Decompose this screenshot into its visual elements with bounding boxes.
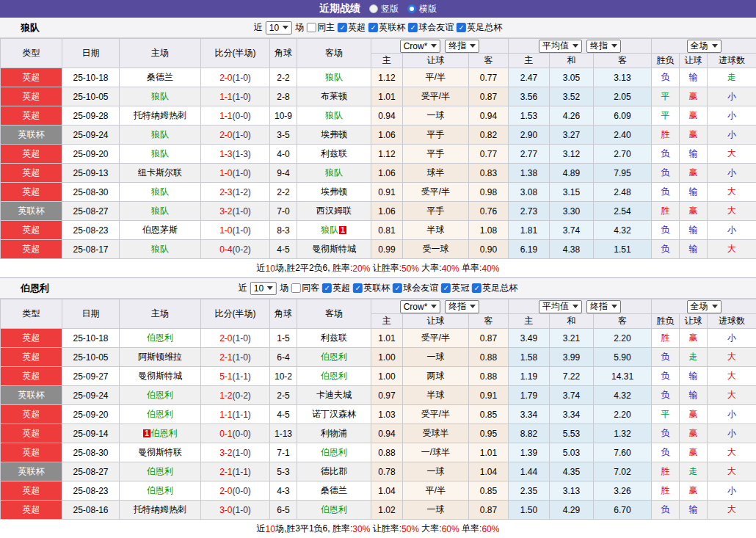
league-filter-2[interactable]: ✓球会友谊	[393, 282, 438, 294]
home-team-name: 狼队	[151, 206, 169, 216]
away-team-link[interactable]: 布莱顿	[321, 91, 347, 101]
away-team-link[interactable]: 伯恩利	[321, 371, 347, 381]
checkbox-icon[interactable]	[307, 23, 316, 32]
result-goals: 小	[708, 405, 756, 424]
league-filter-1[interactable]: ✓英联杯	[368, 21, 405, 34]
home-team-link[interactable]: 狼队	[151, 186, 169, 197]
team-name-title: 狼队	[21, 21, 40, 34]
rank-badge: 1	[143, 429, 150, 437]
home-team-link[interactable]: 曼彻斯特联	[138, 447, 182, 457]
layout-option-horizontal[interactable]: 横版	[407, 3, 437, 15]
avg-select[interactable]: 平均值	[539, 40, 582, 53]
away-team-link[interactable]: 利兹联	[321, 332, 347, 343]
home-team-link[interactable]: 伯恩利	[147, 390, 173, 400]
checkbox-checked-icon[interactable]: ✓	[338, 23, 347, 32]
match-count-select-value: 10	[269, 23, 279, 33]
home-team-link[interactable]: 纽卡斯尔联	[138, 167, 182, 178]
league-filter-0[interactable]: ✓英超	[322, 282, 350, 294]
league-filter-3[interactable]: ✓英冠	[441, 282, 469, 294]
home-team-link[interactable]: 1伯恩利	[142, 428, 178, 438]
league-filter-2[interactable]: ✓球会友谊	[408, 21, 454, 34]
league-filter-4[interactable]: ✓英足总杯	[472, 282, 517, 294]
crow-away-odds: 0.88	[469, 367, 509, 386]
home-team-link[interactable]: 伯恩利	[147, 466, 173, 476]
away-team-link[interactable]: 伯恩利	[321, 352, 347, 362]
bookmaker-select[interactable]: Crow*	[400, 300, 441, 313]
match-date: 25-09-14	[62, 424, 120, 443]
away-team-link[interactable]: 曼彻斯特城	[312, 244, 356, 254]
away-team-link[interactable]: 埃弗顿	[321, 186, 347, 197]
checkbox-checked-icon[interactable]: ✓	[368, 23, 378, 32]
crow-home-odds: 0.97	[371, 386, 403, 405]
away-team-link[interactable]: 狼队	[325, 72, 343, 82]
score-cell: 2-0(1-0)	[201, 329, 270, 348]
same-venue-checkbox[interactable]: 同客	[291, 282, 319, 294]
odds-time-select[interactable]: 终指	[445, 300, 479, 313]
home-team-link[interactable]: 狼队	[151, 206, 169, 216]
home-team-link[interactable]: 狼队	[151, 148, 169, 159]
league-filter-3[interactable]: ✓英足总杯	[457, 21, 502, 34]
checkbox-checked-icon[interactable]: ✓	[408, 23, 418, 32]
same-venue-checkbox[interactable]: 同主	[307, 21, 335, 34]
period-select[interactable]: 全场	[687, 300, 722, 313]
away-team-link[interactable]: 诺丁汉森林	[312, 409, 356, 419]
home-team-link[interactable]: 伯恩利	[147, 485, 173, 495]
away-team-link[interactable]: 埃弗顿	[321, 129, 347, 139]
period-select[interactable]: 全场	[687, 40, 722, 53]
result-goals: 小	[708, 126, 756, 145]
home-team-link[interactable]: 托特纳姆热刺	[134, 110, 186, 120]
radio-selected-icon[interactable]	[407, 4, 416, 13]
odds-source-selects: Crow*终指	[371, 40, 508, 53]
checkbox-checked-icon[interactable]: ✓	[441, 283, 451, 293]
checkbox-checked-icon[interactable]: ✓	[393, 283, 402, 293]
layout-option-vertical[interactable]: 竖版	[369, 3, 399, 15]
checkbox-checked-icon[interactable]: ✓	[353, 283, 363, 293]
crow-away-odds: 0.95	[469, 424, 509, 443]
match-count-select[interactable]: 10	[250, 282, 277, 295]
odds-time-select[interactable]: 终指	[445, 40, 479, 53]
match-row: 英超25-10-18伯恩利2-0(1-0)1-5利兹联1.01受平/半0.873…	[1, 329, 756, 348]
radio-icon[interactable]	[369, 4, 378, 13]
away-team-link[interactable]: 桑德兰	[321, 485, 347, 495]
odds-time-select-value: 终指	[448, 40, 466, 52]
away-team-link[interactable]: 德比郡	[321, 466, 347, 476]
avg-away-odds: 6.09	[594, 106, 652, 126]
home-team-link[interactable]: 伯恩茅斯	[142, 225, 178, 235]
checkbox-checked-icon[interactable]: ✓	[472, 283, 481, 293]
avg-select[interactable]: 平均值	[539, 300, 582, 313]
checkbox-checked-icon[interactable]: ✓	[322, 283, 332, 293]
home-team-link[interactable]: 狼队	[151, 129, 169, 139]
bookmaker-select[interactable]: Crow*	[400, 40, 441, 53]
crow-away-odds: 1.04	[469, 462, 509, 481]
home-team-link[interactable]: 阿斯顿维拉	[138, 352, 182, 362]
avg-time-select[interactable]: 终指	[586, 40, 621, 53]
away-team-link[interactable]: 利兹联	[321, 148, 347, 159]
away-team-link[interactable]: 狼队	[325, 167, 343, 178]
sub-header-8: 进球数	[708, 314, 756, 329]
away-team-link[interactable]: 狼队	[325, 110, 343, 120]
league-filter-1[interactable]: ✓英联杯	[353, 282, 390, 294]
away-team-link[interactable]: 伯恩利	[321, 504, 347, 515]
avg-draw-odds: 4.29	[550, 501, 594, 520]
away-team-link[interactable]: 西汉姆联	[316, 206, 352, 216]
checkbox-icon[interactable]	[291, 283, 301, 293]
home-team-link[interactable]: 曼彻斯特城	[138, 371, 182, 381]
avg-draw-odds: 3.12	[550, 145, 594, 164]
match-count-select[interactable]: 10	[266, 21, 292, 34]
home-team-link[interactable]: 托特纳姆热刺	[134, 504, 186, 515]
checkbox-checked-icon[interactable]: ✓	[457, 23, 466, 32]
avg-draw-odds: 3.99	[550, 348, 594, 367]
home-team-link[interactable]: 桑德兰	[147, 72, 173, 82]
col-header-5: 客场	[297, 299, 371, 329]
league-filter-0[interactable]: ✓英超	[338, 21, 366, 34]
away-team-link[interactable]: 卡迪夫城	[316, 390, 352, 400]
avg-time-select[interactable]: 终指	[586, 300, 621, 313]
home-team-link[interactable]: 狼队	[151, 244, 169, 254]
home-team-link[interactable]: 伯恩利	[147, 409, 173, 419]
home-team-link[interactable]: 伯恩利	[147, 332, 173, 343]
home-team-name: 狼队	[151, 91, 169, 101]
away-team-link[interactable]: 狼队1	[321, 225, 347, 235]
away-team-link[interactable]: 伯恩利	[321, 447, 347, 457]
home-team-link[interactable]: 狼队	[151, 91, 169, 101]
away-team-link[interactable]: 利物浦	[321, 428, 347, 438]
